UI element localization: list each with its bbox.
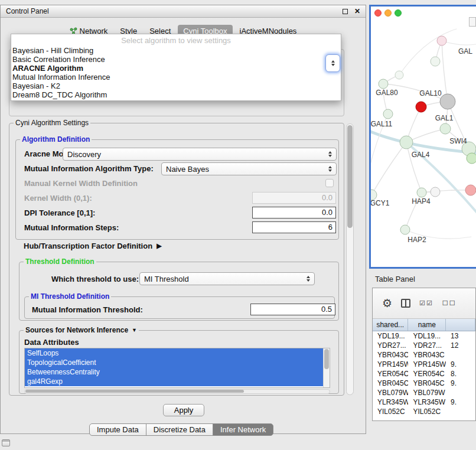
scrollbar-thumb[interactable] xyxy=(347,125,353,228)
cell: 12 xyxy=(446,341,475,350)
dropdown-item[interactable]: Dream8 DC_TDC Algorithm xyxy=(11,90,341,99)
list-item[interactable]: SelfLoops xyxy=(25,348,324,358)
network-node[interactable] xyxy=(440,123,451,134)
dropdown-item[interactable]: Bayesian - Hill Climbing xyxy=(11,46,341,55)
close-icon[interactable]: ✕ xyxy=(354,8,360,15)
cell: YER054C xyxy=(408,370,446,378)
cell: YBR043C xyxy=(408,351,446,359)
network-node[interactable] xyxy=(400,225,410,234)
network-node[interactable] xyxy=(431,57,440,66)
table-row[interactable]: YBL079WYBL079W xyxy=(373,388,475,397)
cell: YDL19... xyxy=(408,332,446,340)
table-row[interactable]: YIL052CYIL052C xyxy=(373,407,475,416)
table-row[interactable]: YDL19...YDL19...13 xyxy=(373,331,475,341)
network-node[interactable] xyxy=(465,185,476,195)
table-row[interactable]: YLR345WYLR345W9. xyxy=(373,397,475,407)
zoom-traffic-icon[interactable] xyxy=(395,9,402,17)
close-traffic-icon[interactable] xyxy=(374,9,382,17)
cyni-algorithm-settings-group: Cyni Algorithm Settings Algorithm Defini… xyxy=(9,123,344,396)
scrollbar-thumb[interactable] xyxy=(25,390,244,393)
tab-infer-network[interactable]: Infer Network xyxy=(213,423,273,436)
select-all-icon[interactable]: ☑☑ xyxy=(419,299,433,307)
list-vertical-scrollbar[interactable] xyxy=(323,348,330,387)
window-title: Control Panel xyxy=(6,7,49,15)
cell: 9. xyxy=(446,379,475,387)
network-node[interactable] xyxy=(395,71,403,79)
cell: 8. xyxy=(446,370,475,378)
column-header[interactable] xyxy=(446,319,475,331)
minimized-panel-icon[interactable] xyxy=(2,439,10,446)
table-toolbar: ⚙ ☑☑ ☐☐ xyxy=(373,288,475,319)
network-node[interactable] xyxy=(416,102,426,112)
dropdown-item[interactable]: Mutual Information Inference xyxy=(11,73,341,81)
columns-icon[interactable] xyxy=(401,299,410,308)
table-row[interactable]: YBR045CYBR045C9. xyxy=(373,379,475,388)
window-controls xyxy=(374,9,402,17)
network-node[interactable] xyxy=(383,109,393,119)
network-node[interactable] xyxy=(379,79,388,89)
table-body: YDL19...YDL19...13 YDR27...YDR27...12 YB… xyxy=(373,331,475,416)
deselect-all-icon[interactable]: ☐☐ xyxy=(442,299,457,307)
dropdown-item-selected[interactable]: ARACNE Algorithm xyxy=(11,64,341,73)
kernel-width-input[interactable]: 0.0 xyxy=(252,192,336,204)
control-panel-titlebar[interactable]: Control Panel ✕ xyxy=(1,5,366,18)
network-node[interactable] xyxy=(467,153,476,164)
network-node[interactable] xyxy=(417,188,426,197)
cell: YIL052C xyxy=(373,407,408,416)
gear-icon[interactable]: ⚙ xyxy=(382,298,392,309)
combo-arrows-icon xyxy=(331,58,335,68)
network-node[interactable] xyxy=(400,136,413,149)
scrollbar-thumb[interactable] xyxy=(324,349,329,369)
which-threshold-select[interactable]: MI Threshold xyxy=(139,272,315,285)
aracne-mode-select[interactable]: Discovery xyxy=(63,148,337,161)
algorithm-combo-button[interactable] xyxy=(325,54,340,72)
apply-button[interactable]: Apply xyxy=(163,404,204,416)
float-window-icon[interactable] xyxy=(343,9,348,14)
table-row[interactable]: YDR27...YDR27...12 xyxy=(373,341,475,350)
list-item[interactable]: gal4RGexp xyxy=(25,377,324,386)
sources-toggle[interactable]: Sources for Network Inference ▼ xyxy=(24,326,139,335)
dropdown-item[interactable]: Bayesian - K2 xyxy=(11,81,341,90)
table-row[interactable]: YBR043CYBR043C xyxy=(373,350,475,360)
table-row[interactable]: YPR145WYPR145W9. xyxy=(373,360,475,369)
list-item[interactable]: TopologicalCoefficient xyxy=(25,358,324,367)
network-node-label: GAL1 xyxy=(435,114,454,122)
network-node[interactable] xyxy=(437,36,446,45)
dropdown-item[interactable]: Basic Correlation Inference xyxy=(11,55,341,64)
network-node-label: HAP2 xyxy=(407,236,426,244)
column-header[interactable]: shared... xyxy=(373,319,408,331)
minimize-traffic-icon[interactable] xyxy=(384,9,392,17)
column-header[interactable]: name xyxy=(408,319,446,331)
mi-threshold-input[interactable]: 0.5 xyxy=(250,304,335,315)
cell: 9. xyxy=(446,398,475,406)
cell: YLR345W xyxy=(408,398,446,406)
algorithm-definition-group: Algorithm Definition Aracne Mode: Discov… xyxy=(15,139,339,240)
network-canvas[interactable]: GALGAL80GAL10GAL11GAL1SWI4GAL4GCY1HAP4HA… xyxy=(371,6,476,267)
network-edge xyxy=(399,29,457,75)
network-scroll-corner[interactable] xyxy=(469,17,476,27)
kernel-width-label: Kernel Width (0,1): xyxy=(24,194,92,203)
tab-impute-data[interactable]: Impute Data xyxy=(89,423,146,436)
dpi-tolerance-input[interactable]: 0.0 xyxy=(252,207,336,219)
list-horizontal-scrollbar[interactable] xyxy=(24,389,330,394)
network-node[interactable] xyxy=(431,187,440,197)
tab-discretize-data[interactable]: Discretize Data xyxy=(146,423,213,436)
which-threshold-label: Which threshold to use: xyxy=(51,275,139,284)
mi-steps-label: Mutual Information Steps: xyxy=(24,223,119,233)
hub-definition-toggle[interactable]: Hub/Transcription Factor Definition ▶ xyxy=(24,242,162,250)
sources-group: Sources for Network Inference ▼ Data Att… xyxy=(19,330,339,394)
settings-vertical-scrollbar[interactable] xyxy=(346,123,354,395)
list-item[interactable]: BetweennessCentrality xyxy=(25,367,324,377)
mi-type-select[interactable]: Naive Bayes xyxy=(161,162,337,175)
manual-kernel-checkbox[interactable] xyxy=(325,179,334,187)
network-node-label: SWI4 xyxy=(449,137,467,145)
group-legend: MI Threshold Definition xyxy=(29,292,111,301)
network-view-window[interactable]: GALGAL80GAL10GAL11GAL1SWI4GAL4GCY1HAP4HA… xyxy=(369,5,476,269)
network-node[interactable] xyxy=(440,94,455,109)
attributes-list[interactable]: SelfLoops TopologicalCoefficient Between… xyxy=(24,348,330,388)
cell: YBR043C xyxy=(373,351,408,359)
cell: YDL19... xyxy=(373,332,408,340)
mi-steps-input[interactable]: 6 xyxy=(252,221,336,233)
selected-value: Naive Bayes xyxy=(166,165,328,174)
table-row[interactable]: YER054CYER054C8. xyxy=(373,369,475,379)
